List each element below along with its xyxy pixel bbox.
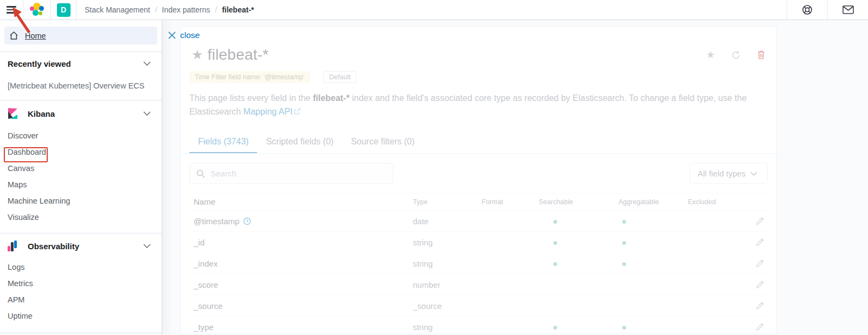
divider xyxy=(0,52,162,52)
breadcrumb-stack-management[interactable]: Stack Management xyxy=(85,5,150,14)
field-name: _index xyxy=(194,259,218,268)
top-bar: D Stack Management / Index patterns / fi… xyxy=(0,0,868,20)
default-badge: Default xyxy=(323,71,357,83)
field-name: _type xyxy=(194,323,214,332)
kibana-nav-list: Discover Dashboard Canvas Maps Machine L… xyxy=(0,128,162,225)
chevron-down-icon xyxy=(143,244,151,248)
breadcrumb-index-patterns[interactable]: Index patterns xyxy=(162,5,210,14)
tab-source-filters[interactable]: Source filters (0) xyxy=(342,131,423,153)
field-type: string xyxy=(413,323,482,332)
edit-field-pencil-icon[interactable] xyxy=(756,217,764,225)
edit-field-pencil-icon[interactable] xyxy=(756,323,764,331)
field-name: _id xyxy=(194,238,205,247)
tab-scripted-fields[interactable]: Scripted fields (0) xyxy=(257,131,342,153)
divider xyxy=(0,100,162,100)
field-type: date xyxy=(413,217,482,226)
elastic-logo-button[interactable] xyxy=(23,0,50,20)
sidebar-item-label: Home xyxy=(25,31,46,40)
table-header-row: Name Type Format Searchable Aggregatable… xyxy=(189,193,768,211)
close-label: close xyxy=(180,30,200,40)
table-row: _source _source xyxy=(189,295,768,317)
searchable-dot-icon xyxy=(553,326,557,330)
edit-field-pencil-icon[interactable] xyxy=(756,259,764,268)
close-icon xyxy=(168,31,176,39)
deployment-menu-button[interactable]: D xyxy=(51,0,76,20)
observability-logo-icon xyxy=(8,241,18,252)
mail-icon xyxy=(843,5,854,14)
table-row: _index string xyxy=(189,253,768,274)
sidebar-item-home[interactable]: Home xyxy=(4,27,157,45)
sidebar-item-discover[interactable]: Discover xyxy=(0,128,162,144)
column-header-excluded: Excluded xyxy=(688,198,753,206)
aggregatable-dot-icon xyxy=(622,220,626,224)
breadcrumb-current: filebeat-* xyxy=(222,5,254,14)
newsfeed-button[interactable] xyxy=(828,0,868,20)
time-field-clock-icon xyxy=(243,217,251,225)
observability-nav-list: Logs Metrics APM Uptime xyxy=(0,259,162,324)
index-name: filebeat-* xyxy=(313,93,350,103)
field-name: _score xyxy=(194,280,218,289)
help-menu-button[interactable] xyxy=(787,0,827,20)
breadcrumb-separator: / xyxy=(215,5,217,14)
searchable-dot-icon xyxy=(553,262,557,266)
chevron-down-icon xyxy=(750,172,757,176)
field-name: @timestamp xyxy=(194,217,239,226)
refresh-icon[interactable] xyxy=(731,50,741,60)
close-menu-link[interactable]: close xyxy=(168,30,200,40)
sidebar-item-machine-learning[interactable]: Machine Learning xyxy=(0,193,162,209)
kibana-logo-icon xyxy=(8,108,18,119)
field-type-filter-label: All field types xyxy=(698,169,745,178)
nav-flyout: Home Recently viewed [Metricbeat Kuberne… xyxy=(0,20,162,335)
field-type: _source xyxy=(413,301,482,311)
sidebar-item-metrics[interactable]: Metrics xyxy=(0,275,162,292)
search-input[interactable] xyxy=(210,169,373,178)
searchable-dot-icon xyxy=(553,241,557,245)
section-recently-viewed[interactable]: Recently viewed xyxy=(0,59,162,68)
edit-field-pencil-icon[interactable] xyxy=(756,280,764,289)
column-header-type: Type xyxy=(413,198,482,206)
sidebar-item-maps[interactable]: Maps xyxy=(0,176,162,193)
section-observability[interactable]: Observability xyxy=(0,238,162,254)
edit-field-pencil-icon[interactable] xyxy=(756,301,764,310)
page-description: This page lists every field in the fileb… xyxy=(189,91,751,118)
field-type: number xyxy=(413,280,482,289)
menu-toggle-button[interactable] xyxy=(0,0,23,20)
sidebar-item-visualize[interactable]: Visualize xyxy=(0,209,162,225)
aggregatable-dot-icon xyxy=(622,241,626,245)
help-icon xyxy=(802,4,813,15)
fields-table: Name Type Format Searchable Aggregatable… xyxy=(189,193,768,335)
section-title: Kibana xyxy=(28,109,55,118)
field-name: _source xyxy=(194,301,222,311)
sidebar-item-apm[interactable]: APM xyxy=(0,292,162,308)
divider xyxy=(0,333,162,333)
sidebar-item-uptime[interactable]: Uptime xyxy=(0,308,162,324)
column-header-searchable: Searchable xyxy=(539,198,618,206)
edit-field-pencil-icon[interactable] xyxy=(756,238,764,246)
index-pattern-panel: ★ filebeat-* ★ Time Filter field name: '… xyxy=(180,26,777,335)
chevron-down-icon xyxy=(143,111,151,116)
field-type: string xyxy=(413,238,482,247)
external-link-icon xyxy=(294,108,301,115)
delete-trash-icon[interactable] xyxy=(757,50,765,60)
section-kibana[interactable]: Kibana xyxy=(0,106,162,121)
field-search[interactable] xyxy=(189,163,393,184)
tab-fields[interactable]: Fields (3743) xyxy=(189,131,257,153)
table-row: _id string xyxy=(189,232,768,253)
recent-item[interactable]: [Metricbeat Kubernetes] Overview ECS xyxy=(8,81,162,90)
divider xyxy=(76,0,76,20)
column-header-aggregatable: Aggregatable xyxy=(618,198,688,206)
divider xyxy=(181,153,776,154)
column-header-format: Format xyxy=(482,198,539,206)
sidebar-item-logs[interactable]: Logs xyxy=(0,259,162,275)
column-header-name: Name xyxy=(189,197,413,206)
divider xyxy=(0,233,162,233)
searchable-dot-icon xyxy=(553,220,557,224)
set-default-star-button[interactable]: ★ xyxy=(706,49,715,61)
mapping-api-link[interactable]: Mapping API xyxy=(244,107,293,116)
sidebar-item-dashboard[interactable]: Dashboard xyxy=(0,144,162,160)
sidebar-item-canvas[interactable]: Canvas xyxy=(0,160,162,176)
time-filter-badge: Time Filter field name: '@timestamp' xyxy=(189,71,310,83)
field-type-filter[interactable]: All field types xyxy=(690,163,768,184)
section-title: Recently viewed xyxy=(8,59,71,68)
aggregatable-dot-icon xyxy=(622,326,626,330)
